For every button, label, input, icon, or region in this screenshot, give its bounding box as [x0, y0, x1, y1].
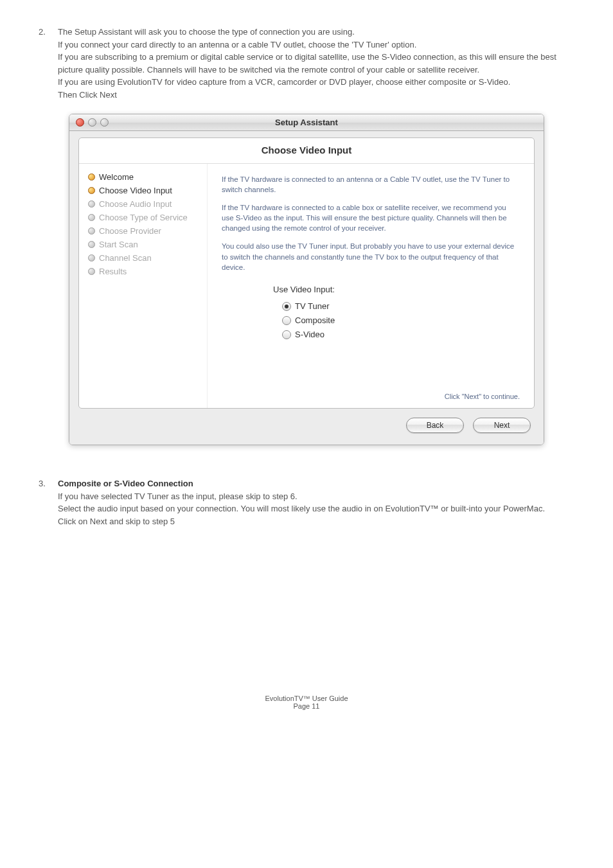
- traffic-lights: [76, 118, 109, 127]
- sidebar-item-label: Choose Type of Service: [99, 213, 188, 222]
- sidebar-item-start-scan: Start Scan: [88, 238, 207, 251]
- bullet-icon: [88, 187, 95, 194]
- sidebar-item-results: Results: [88, 265, 207, 278]
- bullet-icon: [88, 241, 95, 248]
- radio-composite[interactable]: Composite: [273, 314, 520, 328]
- sidebar-item-choose-provider: Choose Provider: [88, 224, 207, 238]
- step2-block: 2. The Setup Assistant will ask you to c…: [39, 26, 574, 101]
- sidebar-item-label: Choose Audio Input: [99, 199, 172, 209]
- sidebar-item-channel-scan: Channel Scan: [88, 251, 207, 265]
- step3-block: 3. Composite or S-Video Connection If yo…: [39, 477, 574, 527]
- panel-content: Welcome Choose Video Input Choose Audio …: [79, 164, 534, 408]
- button-row: Back Next: [78, 409, 535, 436]
- radio-icon: [282, 316, 291, 325]
- panel: Choose Video Input Welcome Choose Video …: [78, 137, 535, 409]
- main-area: If the TV hardware is connected to an an…: [208, 164, 534, 408]
- sidebar: Welcome Choose Video Input Choose Audio …: [79, 164, 208, 408]
- bullet-icon: [88, 254, 95, 261]
- paragraph-3: You could also use the TV Tuner input. B…: [222, 241, 520, 272]
- window-body: Choose Video Input Welcome Choose Video …: [69, 131, 544, 445]
- footer-line1: EvolutionTV™ User Guide: [39, 695, 574, 702]
- titlebar[interactable]: Setup Assistant: [69, 114, 544, 131]
- bullet-icon: [88, 227, 95, 235]
- next-button[interactable]: Next: [473, 418, 531, 433]
- page-footer: EvolutionTV™ User Guide Page 11: [39, 695, 574, 710]
- sidebar-item-welcome: Welcome: [88, 170, 207, 184]
- radio-group-label: Use Video Input:: [273, 284, 520, 296]
- step3-number: 3.: [39, 477, 58, 527]
- hint-text: Click "Next" to continue.: [222, 366, 520, 402]
- setup-assistant-window: Setup Assistant Choose Video Input Welco…: [69, 114, 544, 445]
- panel-heading: Choose Video Input: [79, 138, 534, 164]
- radio-label: Composite: [295, 315, 335, 326]
- sidebar-item-label: Results: [99, 267, 127, 276]
- radio-icon: [282, 330, 291, 339]
- sidebar-item-label: Welcome: [99, 172, 134, 182]
- back-button[interactable]: Back: [406, 418, 464, 433]
- sidebar-item-label: Choose Video Input: [99, 186, 172, 195]
- bullet-icon: [88, 268, 95, 275]
- sidebar-item-choose-audio-input: Choose Audio Input: [88, 197, 207, 211]
- window-title: Setup Assistant: [69, 118, 544, 127]
- close-icon[interactable]: [76, 118, 84, 127]
- paragraph-2: If the TV hardware is connected to a cab…: [222, 202, 520, 233]
- radio-s-video[interactable]: S-Video: [273, 328, 520, 342]
- bullet-icon: [88, 173, 95, 181]
- radio-label: TV Tuner: [295, 301, 329, 312]
- step3-body: If you have selected TV Tuner as the inp…: [58, 492, 545, 526]
- sidebar-item-label: Start Scan: [99, 240, 138, 249]
- bullet-icon: [88, 214, 95, 221]
- minimize-icon[interactable]: [88, 118, 96, 127]
- radio-group: Use Video Input: TV Tuner Composite S-Vi…: [273, 284, 520, 342]
- sidebar-item-choose-type-of-service: Choose Type of Service: [88, 211, 207, 224]
- sidebar-item-choose-video-input: Choose Video Input: [88, 184, 207, 197]
- step2-number: 2.: [39, 26, 58, 101]
- step3-text: Composite or S-Video Connection If you h…: [58, 477, 574, 527]
- sidebar-item-label: Choose Provider: [99, 226, 161, 236]
- radio-label: S-Video: [295, 329, 324, 341]
- bullet-icon: [88, 200, 95, 208]
- sidebar-item-label: Channel Scan: [99, 253, 152, 263]
- footer-line2: Page 11: [39, 702, 574, 710]
- paragraph-1: If the TV hardware is connected to an an…: [222, 174, 520, 195]
- radio-tv-tuner[interactable]: TV Tuner: [273, 299, 520, 314]
- zoom-icon[interactable]: [100, 118, 109, 127]
- step3-heading: Composite or S-Video Connection: [58, 479, 193, 488]
- step2-text: The Setup Assistant will ask you to choo…: [58, 26, 574, 101]
- radio-icon: [282, 302, 291, 311]
